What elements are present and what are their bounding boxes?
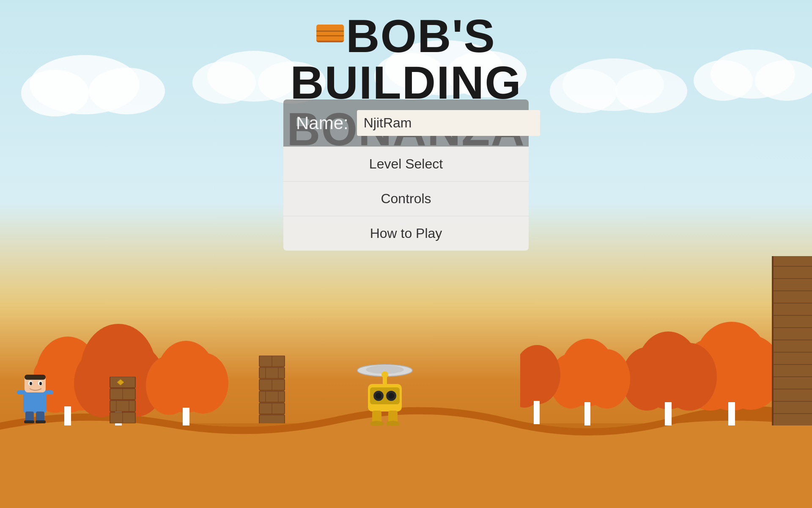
trees-left: [34, 298, 245, 425]
svg-rect-19: [64, 406, 71, 425]
brick-stack-1: [108, 377, 137, 423]
svg-rect-73: [259, 391, 285, 402]
svg-rect-50: [17, 390, 25, 395]
svg-point-91: [370, 421, 384, 425]
svg-point-49: [39, 382, 42, 385]
svg-point-38: [584, 349, 630, 409]
svg-point-48: [30, 382, 32, 385]
game-background: BOB'S BUILDING BONANZA Name: Level Selec…: [0, 0, 812, 508]
svg-rect-51: [46, 390, 53, 395]
svg-point-34: [662, 343, 717, 411]
svg-rect-31: [728, 402, 735, 425]
svg-rect-68: [259, 367, 285, 378]
svg-rect-39: [584, 402, 590, 425]
main-panel: Name: Level Select Controls How to Play: [283, 99, 529, 251]
brick-stack-2: [257, 356, 287, 423]
how-to-play-button[interactable]: How to Play: [283, 216, 529, 251]
controls-button[interactable]: Controls: [283, 181, 529, 216]
svg-rect-27: [183, 408, 189, 425]
svg-rect-54: [24, 420, 34, 423]
svg-point-85: [376, 393, 381, 399]
svg-point-10: [550, 69, 617, 113]
name-label: Name:: [296, 113, 348, 133]
svg-point-92: [386, 421, 400, 425]
bob-character: [17, 368, 55, 423]
name-input[interactable]: [357, 110, 540, 136]
svg-point-1: [21, 70, 89, 116]
svg-rect-43: [23, 389, 47, 413]
svg-point-2: [89, 68, 165, 114]
svg-rect-55: [36, 420, 46, 423]
right-wall: [772, 256, 812, 425]
svg-point-86: [388, 393, 394, 399]
svg-rect-61: [110, 400, 135, 411]
svg-rect-35: [665, 402, 672, 425]
name-section: Name:: [283, 99, 529, 146]
svg-rect-42: [534, 401, 540, 424]
svg-point-26: [178, 353, 228, 414]
title-brick-decoration: [316, 25, 344, 42]
trees-right: [520, 290, 774, 425]
svg-rect-45: [25, 375, 46, 380]
svg-point-88: [381, 371, 388, 378]
svg-point-13: [694, 60, 753, 101]
level-select-button[interactable]: Level Select: [283, 146, 529, 181]
svg-point-11: [615, 69, 687, 113]
robot-character: [355, 358, 414, 425]
svg-point-4: [192, 61, 256, 104]
svg-rect-78: [259, 415, 285, 423]
